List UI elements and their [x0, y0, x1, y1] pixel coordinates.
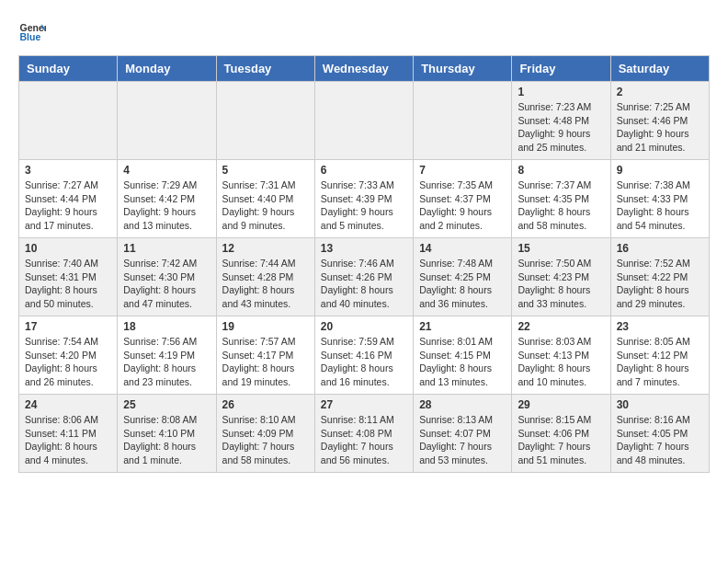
- day-number: 15: [518, 242, 604, 255]
- column-header-monday: Monday: [118, 56, 216, 82]
- calendar-week-1: 1Sunrise: 7:23 AM Sunset: 4:48 PM Daylig…: [19, 82, 710, 160]
- day-number: 8: [518, 164, 604, 177]
- calendar-cell: 18Sunrise: 7:56 AM Sunset: 4:19 PM Dayli…: [118, 316, 216, 395]
- calendar-cell: 24Sunrise: 8:06 AM Sunset: 4:11 PM Dayli…: [19, 395, 118, 473]
- day-number: 19: [222, 320, 309, 333]
- calendar-cell: 9Sunrise: 7:38 AM Sunset: 4:33 PM Daylig…: [610, 160, 709, 238]
- calendar-cell: [118, 82, 216, 160]
- day-number: 18: [123, 320, 210, 333]
- calendar-cell: 14Sunrise: 7:48 AM Sunset: 4:25 PM Dayli…: [414, 238, 512, 316]
- day-info: Sunrise: 7:54 AM Sunset: 4:20 PM Dayligh…: [25, 335, 111, 389]
- day-info: Sunrise: 8:11 AM Sunset: 4:08 PM Dayligh…: [321, 413, 407, 467]
- calendar-cell: 6Sunrise: 7:33 AM Sunset: 4:39 PM Daylig…: [314, 160, 413, 238]
- day-number: 4: [123, 164, 210, 177]
- calendar-week-2: 3Sunrise: 7:27 AM Sunset: 4:44 PM Daylig…: [19, 160, 710, 238]
- day-info: Sunrise: 7:56 AM Sunset: 4:19 PM Dayligh…: [123, 335, 210, 389]
- day-info: Sunrise: 7:35 AM Sunset: 4:37 PM Dayligh…: [419, 178, 506, 233]
- calendar-cell: 16Sunrise: 7:52 AM Sunset: 4:22 PM Dayli…: [610, 238, 709, 316]
- day-info: Sunrise: 7:33 AM Sunset: 4:39 PM Dayligh…: [321, 178, 407, 233]
- column-header-thursday: Thursday: [414, 56, 512, 82]
- day-info: Sunrise: 7:38 AM Sunset: 4:33 PM Dayligh…: [617, 178, 703, 233]
- day-info: Sunrise: 7:37 AM Sunset: 4:35 PM Dayligh…: [518, 178, 604, 233]
- day-info: Sunrise: 7:57 AM Sunset: 4:17 PM Dayligh…: [222, 335, 309, 389]
- day-info: Sunrise: 7:27 AM Sunset: 4:44 PM Dayligh…: [25, 178, 111, 233]
- calendar-cell: 29Sunrise: 8:15 AM Sunset: 4:06 PM Dayli…: [512, 395, 610, 473]
- day-number: 3: [25, 164, 111, 177]
- day-number: 16: [617, 242, 703, 255]
- calendar-cell: 10Sunrise: 7:40 AM Sunset: 4:31 PM Dayli…: [19, 238, 118, 316]
- day-info: Sunrise: 7:31 AM Sunset: 4:40 PM Dayligh…: [222, 178, 309, 233]
- day-info: Sunrise: 7:48 AM Sunset: 4:25 PM Dayligh…: [419, 257, 506, 311]
- day-number: 14: [419, 242, 506, 255]
- logo-icon: General Blue: [18, 18, 46, 46]
- calendar-cell: 25Sunrise: 8:08 AM Sunset: 4:10 PM Dayli…: [118, 395, 216, 473]
- column-header-friday: Friday: [512, 56, 610, 82]
- calendar-cell: 28Sunrise: 8:13 AM Sunset: 4:07 PM Dayli…: [414, 395, 512, 473]
- calendar-cell: 17Sunrise: 7:54 AM Sunset: 4:20 PM Dayli…: [19, 316, 118, 395]
- day-number: 20: [321, 320, 407, 333]
- day-number: 27: [321, 398, 407, 411]
- day-number: 29: [518, 398, 604, 411]
- svg-text:Blue: Blue: [20, 31, 41, 42]
- day-number: 9: [617, 164, 703, 177]
- day-number: 13: [321, 242, 407, 255]
- calendar-cell: 1Sunrise: 7:23 AM Sunset: 4:48 PM Daylig…: [512, 82, 610, 160]
- day-number: 5: [222, 164, 309, 177]
- logo: General Blue: [18, 18, 46, 46]
- day-number: 1: [518, 86, 604, 98]
- calendar-cell: [19, 82, 118, 160]
- calendar-body: 1Sunrise: 7:23 AM Sunset: 4:48 PM Daylig…: [19, 82, 710, 473]
- calendar-cell: [314, 82, 413, 160]
- day-info: Sunrise: 7:29 AM Sunset: 4:42 PM Dayligh…: [123, 178, 210, 233]
- day-number: 26: [222, 398, 309, 411]
- day-info: Sunrise: 8:13 AM Sunset: 4:07 PM Dayligh…: [419, 413, 506, 467]
- calendar-week-5: 24Sunrise: 8:06 AM Sunset: 4:11 PM Dayli…: [19, 395, 710, 473]
- calendar-cell: [216, 82, 314, 160]
- day-number: 23: [617, 320, 703, 333]
- page-header: General Blue: [18, 18, 710, 46]
- calendar-cell: 23Sunrise: 8:05 AM Sunset: 4:12 PM Dayli…: [610, 316, 709, 395]
- day-info: Sunrise: 7:52 AM Sunset: 4:22 PM Dayligh…: [617, 257, 703, 311]
- calendar-cell: 27Sunrise: 8:11 AM Sunset: 4:08 PM Dayli…: [314, 395, 413, 473]
- calendar-header: SundayMondayTuesdayWednesdayThursdayFrid…: [19, 56, 710, 82]
- calendar-cell: 5Sunrise: 7:31 AM Sunset: 4:40 PM Daylig…: [216, 160, 314, 238]
- calendar-cell: 19Sunrise: 7:57 AM Sunset: 4:17 PM Dayli…: [216, 316, 314, 395]
- day-number: 7: [419, 164, 506, 177]
- day-number: 11: [123, 242, 210, 255]
- calendar-cell: 21Sunrise: 8:01 AM Sunset: 4:15 PM Dayli…: [414, 316, 512, 395]
- day-number: 17: [25, 320, 111, 333]
- calendar-cell: 3Sunrise: 7:27 AM Sunset: 4:44 PM Daylig…: [19, 160, 118, 238]
- column-header-wednesday: Wednesday: [314, 56, 413, 82]
- column-header-sunday: Sunday: [19, 56, 118, 82]
- day-info: Sunrise: 7:59 AM Sunset: 4:16 PM Dayligh…: [321, 335, 407, 389]
- calendar-cell: 15Sunrise: 7:50 AM Sunset: 4:23 PM Dayli…: [512, 238, 610, 316]
- day-number: 25: [123, 398, 210, 411]
- calendar-cell: 12Sunrise: 7:44 AM Sunset: 4:28 PM Dayli…: [216, 238, 314, 316]
- day-info: Sunrise: 7:50 AM Sunset: 4:23 PM Dayligh…: [518, 257, 604, 311]
- day-info: Sunrise: 7:44 AM Sunset: 4:28 PM Dayligh…: [222, 257, 309, 311]
- calendar-week-4: 17Sunrise: 7:54 AM Sunset: 4:20 PM Dayli…: [19, 316, 710, 395]
- day-number: 28: [419, 398, 506, 411]
- day-number: 24: [25, 398, 111, 411]
- day-number: 22: [518, 320, 604, 333]
- calendar-week-3: 10Sunrise: 7:40 AM Sunset: 4:31 PM Dayli…: [19, 238, 710, 316]
- day-info: Sunrise: 8:16 AM Sunset: 4:05 PM Dayligh…: [617, 413, 703, 467]
- day-info: Sunrise: 8:03 AM Sunset: 4:13 PM Dayligh…: [518, 335, 604, 389]
- calendar-cell: 20Sunrise: 7:59 AM Sunset: 4:16 PM Dayli…: [314, 316, 413, 395]
- calendar-table: SundayMondayTuesdayWednesdayThursdayFrid…: [18, 55, 710, 473]
- calendar-cell: 22Sunrise: 8:03 AM Sunset: 4:13 PM Dayli…: [512, 316, 610, 395]
- day-number: 2: [617, 86, 703, 98]
- day-info: Sunrise: 7:40 AM Sunset: 4:31 PM Dayligh…: [25, 257, 111, 311]
- calendar-cell: 2Sunrise: 7:25 AM Sunset: 4:46 PM Daylig…: [610, 82, 709, 160]
- day-info: Sunrise: 7:46 AM Sunset: 4:26 PM Dayligh…: [321, 257, 407, 311]
- calendar-cell: 8Sunrise: 7:37 AM Sunset: 4:35 PM Daylig…: [512, 160, 610, 238]
- calendar-cell: 30Sunrise: 8:16 AM Sunset: 4:05 PM Dayli…: [610, 395, 709, 473]
- calendar-cell: 26Sunrise: 8:10 AM Sunset: 4:09 PM Dayli…: [216, 395, 314, 473]
- calendar-cell: [414, 82, 512, 160]
- calendar-cell: 11Sunrise: 7:42 AM Sunset: 4:30 PM Dayli…: [118, 238, 216, 316]
- day-info: Sunrise: 8:01 AM Sunset: 4:15 PM Dayligh…: [419, 335, 506, 389]
- day-info: Sunrise: 7:25 AM Sunset: 4:46 PM Dayligh…: [617, 100, 703, 155]
- day-number: 6: [321, 164, 407, 177]
- calendar-cell: 7Sunrise: 7:35 AM Sunset: 4:37 PM Daylig…: [414, 160, 512, 238]
- day-info: Sunrise: 7:42 AM Sunset: 4:30 PM Dayligh…: [123, 257, 210, 311]
